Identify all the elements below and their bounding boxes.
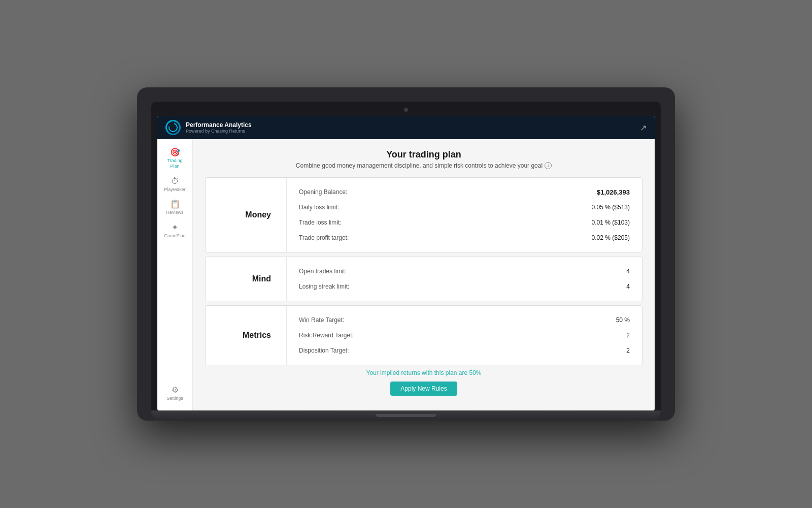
metrics-fields: Win Rate Target: 50 % Risk:Reward Target… — [287, 306, 642, 365]
content-area: Your trading plan Combine good money man… — [193, 139, 655, 410]
laptop-outer: Performance Analytics Powered by Chasing… — [137, 87, 675, 421]
app-container: Performance Analytics Powered by Chasing… — [157, 116, 655, 410]
brand-text: Performance Analytics Powered by Chasing… — [186, 121, 252, 134]
brand-logo-icon — [165, 120, 181, 135]
field-row-open-trades: Open trades limit: 4 — [299, 265, 630, 277]
sidebar-item-reviews[interactable]: 📋 Reviews — [157, 196, 192, 219]
sidebar-item-trading-plan[interactable]: 🎯 TradingPlan — [157, 144, 192, 173]
opening-balance-value: $1,026,393 — [569, 188, 630, 196]
top-bar: Performance Analytics Powered by Chasing… — [157, 116, 655, 139]
sidebar-item-playmaker[interactable]: ⏱ PlayMaker — [157, 173, 192, 197]
field-row-win-rate: Win Rate Target: 50 % — [299, 314, 630, 326]
top-bar-brand: Performance Analytics Powered by Chasing… — [165, 120, 252, 135]
mind-fields: Open trades limit: 4 Losing streak limit… — [287, 257, 642, 301]
external-link-icon[interactable]: ↗ — [640, 123, 647, 133]
field-row-trade-profit: Trade profit target: 0.02 % ($205) — [299, 232, 630, 244]
field-row-daily-loss: Daily loss limit: 0.05 % ($513) — [299, 201, 630, 213]
money-label: Money — [206, 178, 287, 252]
field-row-opening-balance: Opening Balance: $1,026,393 — [299, 186, 630, 198]
risk-reward-value: 2 — [569, 332, 630, 339]
laptop-base — [151, 410, 661, 421]
laptop-screen-bezel: Performance Analytics Powered by Chasing… — [151, 102, 661, 410]
risk-reward-label: Risk:Reward Target: — [299, 332, 354, 339]
page-subtitle: Combine good money management discipline… — [205, 162, 642, 169]
open-trades-value: 4 — [569, 268, 630, 275]
losing-streak-label: Losing streak limit: — [299, 283, 349, 290]
open-trades-label: Open trades limit: — [299, 268, 347, 275]
trade-loss-value: 0.01 % ($103) — [569, 219, 630, 226]
win-rate-value: 50 % — [569, 316, 630, 324]
disposition-label: Disposition Target: — [299, 347, 349, 354]
sidebar-label-gameplan: GamePlan — [164, 233, 186, 239]
sidebar-label-settings: Settings — [166, 396, 183, 401]
page-title: Your trading plan — [205, 149, 642, 160]
main-layout: 🎯 TradingPlan ⏱ PlayMaker 📋 Reviews — [157, 139, 655, 410]
field-row-trade-loss: Trade loss limit: 0.01 % ($103) — [299, 216, 630, 229]
section-money: Money Opening Balance: $1,026,393 Daily … — [205, 177, 642, 252]
brand-name-regular: Performance — [186, 121, 224, 129]
sidebar-label-reviews: Reviews — [166, 210, 183, 215]
apply-new-rules-button[interactable]: Apply New Rules — [390, 382, 457, 396]
disposition-value: 2 — [569, 347, 630, 354]
laptop-screen: Performance Analytics Powered by Chasing… — [157, 116, 655, 410]
clock-icon: ⏱ — [171, 177, 179, 185]
gear-icon: ⚙ — [172, 386, 179, 394]
mind-label: Mind — [206, 257, 287, 301]
opening-balance-label: Opening Balance: — [299, 188, 347, 196]
sidebar-label-trading-plan: TradingPlan — [167, 158, 182, 169]
compass-icon: ✦ — [172, 224, 178, 232]
metrics-label: Metrics — [206, 306, 287, 365]
win-rate-label: Win Rate Target: — [299, 316, 344, 324]
laptop-base-notch — [376, 414, 436, 417]
sidebar-label-playmaker: PlayMaker — [164, 187, 186, 193]
trade-loss-label: Trade loss limit: — [299, 219, 342, 226]
field-row-risk-reward: Risk:Reward Target: 2 — [299, 329, 630, 341]
field-row-losing-streak: Losing streak limit: 4 — [299, 280, 630, 293]
trade-profit-label: Trade profit target: — [299, 234, 349, 241]
implied-returns-text: Your implied returns with this plan are … — [205, 369, 642, 376]
section-mind: Mind Open trades limit: 4 Losing streak … — [205, 257, 642, 301]
daily-loss-label: Daily loss limit: — [299, 204, 339, 211]
brand-name: Performance Analytics — [186, 121, 252, 129]
section-metrics: Metrics Win Rate Target: 50 % Risk:Rewar… — [205, 305, 642, 365]
trade-profit-value: 0.02 % ($205) — [569, 234, 630, 241]
daily-loss-value: 0.05 % ($513) — [569, 204, 630, 211]
laptop-camera — [404, 108, 408, 112]
sidebar: 🎯 TradingPlan ⏱ PlayMaker 📋 Reviews — [157, 139, 193, 410]
list-icon: 📋 — [170, 200, 180, 208]
brand-name-bold: Analytics — [224, 121, 251, 129]
brand-subtitle: Powered by Chasing Returns — [186, 129, 252, 134]
field-row-disposition: Disposition Target: 2 — [299, 344, 630, 357]
info-icon[interactable]: i — [545, 162, 552, 169]
losing-streak-value: 4 — [569, 283, 630, 290]
money-fields: Opening Balance: $1,026,393 Daily loss l… — [287, 178, 642, 252]
target-icon: 🎯 — [170, 148, 180, 156]
sidebar-item-gameplan[interactable]: ✦ GamePlan — [157, 219, 192, 243]
page-subtitle-text: Combine good money management discipline… — [296, 162, 543, 169]
sidebar-item-settings[interactable]: ⚙ Settings — [157, 382, 192, 405]
